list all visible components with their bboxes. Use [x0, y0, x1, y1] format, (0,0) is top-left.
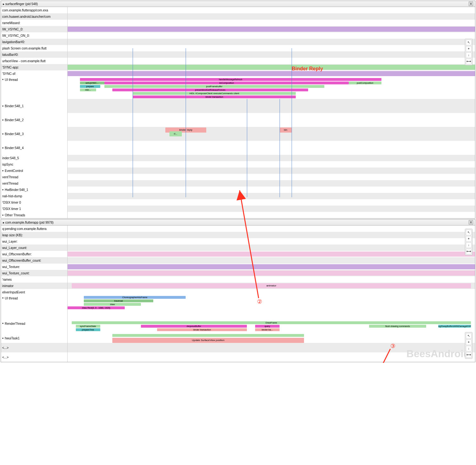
cursor-tool[interactable]: ↖ [466, 333, 472, 339]
sidebar-row[interactable]: lavigationBar#0: [1, 39, 67, 45]
sidebar-row[interactable]: ▾EventControl [1, 167, 67, 174]
trace-bar[interactable]: flush drawing commands [369, 325, 426, 328]
hwui-bar-bg[interactable] [112, 334, 304, 337]
trace-bar[interactable]: dequeueBuffer [141, 325, 247, 328]
cursor-tool[interactable]: ↖ [466, 40, 472, 45]
trace-bar[interactable]: Choreographer#doFrame [84, 296, 186, 299]
track[interactable] [68, 206, 475, 212]
ui-thread-row-2[interactable]: ▾UI thread [1, 295, 67, 311]
track[interactable] [68, 70, 475, 77]
trace-bar[interactable]: postComposition [349, 82, 381, 84]
track[interactable]: binder replybind... [68, 127, 475, 141]
sidebar-row[interactable]: tatusBar#0: [1, 51, 67, 58]
close-button-2[interactable]: x [469, 220, 473, 225]
sidebar-row[interactable]: eliverInputEvent [1, 289, 67, 295]
pan-tool[interactable]: ↓ [466, 346, 472, 351]
sidebar-row[interactable]: wui_Layer_count: [1, 245, 67, 251]
sidebar-row[interactable]: wui_Texture_count: [1, 270, 67, 276]
track[interactable]: animator [68, 283, 475, 289]
sidebar-row[interactable]: q:pending:com.example.fluttera [1, 226, 67, 232]
trace-bar[interactable]: binder transaction [157, 328, 247, 331]
track[interactable] [68, 193, 475, 199]
sidebar-row[interactable]: ▾Binder:548_3 [1, 127, 67, 141]
track[interactable] [68, 7, 475, 13]
ui-thread-track[interactable]: handleMessageRefreshsetUpHWC...doComposi… [68, 77, 475, 99]
track[interactable] [68, 187, 475, 193]
track[interactable] [68, 270, 475, 276]
sidebar-row[interactable]: ▾Binder:548_1 [1, 99, 67, 113]
track[interactable] [68, 167, 475, 174]
sidebar-row[interactable]: ▾HwBinder:548_1 [1, 187, 67, 193]
trace-bar[interactable]: prepare [80, 85, 100, 88]
sidebar-row[interactable]: inimator [1, 283, 67, 289]
trace-bar[interactable]: animator [72, 283, 471, 288]
timeline-2[interactable]: animator Choreographer#doFrametraversald… [68, 226, 475, 362]
cursor-tool[interactable]: ↖ [466, 230, 472, 235]
track[interactable] [68, 141, 475, 155]
trace-bar[interactable]: binder transaction [133, 95, 296, 98]
sidebar-row[interactable]: ventThread [1, 174, 67, 180]
track[interactable] [68, 32, 475, 39]
track[interactable] [68, 13, 475, 20]
sidebar-row[interactable]: ispSync [1, 161, 67, 167]
track[interactable] [68, 180, 475, 187]
trace-bar[interactable]: postFramebuffer [104, 85, 324, 88]
timeline-1[interactable]: handleMessageRefreshsetUpHWC...doComposi… [68, 7, 475, 218]
dots-row-2[interactable]: <...> [1, 352, 67, 362]
trace-bar[interactable]: setUpHWC... [80, 82, 104, 84]
track[interactable] [68, 276, 475, 283]
trace-bar[interactable]: syncFrameState [76, 325, 100, 328]
sidebar-row[interactable]: inder:548_5 [1, 155, 67, 161]
zoom-in-tool[interactable]: + [466, 236, 472, 242]
sidebar-row[interactable]: 'SYNC-app: [1, 64, 67, 70]
track[interactable] [68, 155, 475, 161]
close-button-1[interactable]: x [469, 2, 473, 6]
sidebar-row[interactable]: 'OSIX timer 0 [1, 199, 67, 206]
ui-thread-row[interactable]: ▾UI thread [1, 77, 67, 99]
fit-tool[interactable]: ⟷ [466, 352, 472, 358]
track[interactable] [68, 39, 475, 45]
trace-bar[interactable]: draw Rect(0, 0 - 1080, 1920) [68, 306, 125, 309]
sidebar-row[interactable]: nali-hist-dump [1, 193, 67, 199]
sidebar-row[interactable]: ▾Other Threads [1, 212, 67, 218]
track[interactable] [68, 113, 475, 127]
track[interactable] [68, 232, 475, 238]
track[interactable] [68, 51, 475, 58]
zoom-in-tool[interactable]: + [466, 46, 472, 52]
track[interactable] [68, 45, 475, 51]
fit-tool[interactable]: ⟷ [466, 59, 472, 64]
sidebar-row[interactable]: wui_OffscreenBuffer: [1, 251, 67, 257]
sidebar-row[interactable]: ▾Binder:548_2 [1, 113, 67, 127]
track[interactable] [68, 226, 475, 232]
sidebar-row[interactable]: rameMissed: [1, 20, 67, 26]
sidebar-row[interactable]: leap size (KB): [1, 232, 67, 238]
sidebar-row[interactable]: wui_OffscreenBuffer_count: [1, 257, 67, 264]
sidebar-row[interactable]: plash Screen com.example.flutt [1, 45, 67, 51]
sidebar-row[interactable]: com.huawei.android.launcher/com [1, 13, 67, 20]
trace-bar[interactable]: HIDL::IComposerClient::executeCommands::… [133, 92, 296, 95]
trace-bar[interactable]: binder tra... [255, 328, 280, 331]
panel-header-2[interactable]: ▸ com.example.flutterapp (pid 9978) x [1, 219, 475, 226]
sidebar-row[interactable]: 'OSIX timer 1 [1, 206, 67, 212]
trace-bar[interactable]: traversal [84, 299, 153, 302]
render-thread-track[interactable]: DrawFramesyncFrameStatedequeueBufferquer… [68, 321, 475, 333]
trace-bar[interactable]: query [255, 325, 280, 328]
trace-bar[interactable]: prepareTree [76, 328, 100, 331]
track[interactable] [68, 99, 475, 113]
trace-bar[interactable]: handleMessageRefresh [80, 78, 381, 81]
sidebar-row[interactable]: IW_VSYNC_0: [1, 26, 67, 32]
track[interactable] [68, 212, 475, 218]
track[interactable] [68, 289, 475, 295]
trace-bar[interactable]: draw [84, 303, 141, 306]
fit-tool[interactable]: ⟷ [466, 249, 472, 254]
track[interactable] [68, 251, 475, 257]
trace-bar[interactable]: HID... [80, 88, 96, 91]
track[interactable] [68, 161, 475, 167]
ui-thread-track-2[interactable]: Choreographer#doFrametraversaldrawdraw R… [68, 295, 475, 311]
render-thread-row[interactable]: ▾RenderThread [1, 321, 67, 333]
track[interactable] [68, 238, 475, 245]
sidebar-row[interactable]: wui_Texture: [1, 264, 67, 270]
track[interactable] [68, 245, 475, 251]
zoom-in-tool[interactable]: + [466, 339, 472, 345]
track[interactable] [68, 26, 475, 32]
